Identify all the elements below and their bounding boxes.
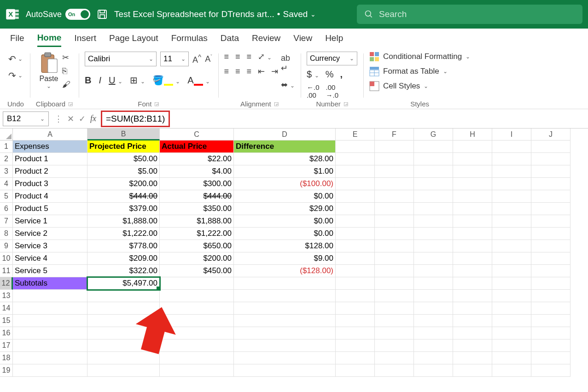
cell-J9[interactable] (531, 240, 571, 252)
cell-A1[interactable]: Expenses (13, 140, 87, 153)
cell-I7[interactable] (492, 215, 531, 228)
cancel-formula-button[interactable]: ✕ (67, 114, 74, 124)
save-icon[interactable] (97, 9, 108, 20)
cell-J1[interactable] (531, 140, 571, 153)
cell-H3[interactable] (453, 165, 492, 178)
font-color-button[interactable]: A ⌄ (187, 75, 210, 86)
cell-B5[interactable]: $444.00 (87, 190, 160, 203)
cell-J13[interactable] (531, 290, 571, 302)
cell-D16[interactable] (234, 327, 336, 339)
cell-G14[interactable] (414, 302, 453, 315)
cell-C3[interactable]: $4.00 (160, 165, 234, 178)
cell-F17[interactable] (375, 339, 414, 352)
cell-J16[interactable] (531, 327, 571, 339)
cell-E9[interactable] (336, 240, 375, 252)
autosave-toggle[interactable]: AutoSave On (26, 9, 90, 20)
cell-F3[interactable] (375, 165, 414, 178)
col-header-E[interactable]: E (336, 129, 375, 140)
cell-I2[interactable] (492, 153, 531, 165)
cell-G4[interactable] (414, 178, 453, 190)
cell-F15[interactable] (375, 315, 414, 327)
cell-G1[interactable] (414, 140, 453, 153)
percent-format-button[interactable]: % (326, 69, 334, 80)
col-header-I[interactable]: I (492, 129, 531, 140)
format-painter-button[interactable]: 🖌 (62, 80, 70, 89)
row-header-16[interactable]: 16 (0, 327, 13, 339)
cell-D14[interactable] (234, 302, 336, 315)
cell-J11[interactable] (531, 265, 571, 277)
cell-A12[interactable]: Subtotals (13, 277, 87, 290)
font-name-select[interactable]: Calibri⌄ (85, 52, 157, 66)
align-center-button[interactable]: ≡ (235, 67, 240, 76)
undo-button[interactable]: ↶ ⌄ (8, 53, 23, 64)
cell-G11[interactable] (414, 265, 453, 277)
cell-D2[interactable]: $28.00 (234, 153, 336, 165)
tab-help[interactable]: Help (325, 30, 343, 46)
italic-button[interactable]: I (99, 75, 102, 86)
cell-F10[interactable] (375, 252, 414, 265)
cell-I8[interactable] (492, 228, 531, 240)
cell-I17[interactable] (492, 339, 531, 352)
cell-A9[interactable]: Service 3 (13, 240, 87, 252)
cell-H4[interactable] (453, 178, 492, 190)
cell-H15[interactable] (453, 315, 492, 327)
cell-B2[interactable]: $50.00 (87, 153, 160, 165)
cell-E11[interactable] (336, 265, 375, 277)
cell-C2[interactable]: $22.00 (160, 153, 234, 165)
cell-B8[interactable]: $1,222.00 (87, 228, 160, 240)
document-title[interactable]: Test Excel Spreadsheet for DTrends art..… (114, 9, 316, 19)
cell-G19[interactable] (414, 364, 453, 377)
cell-A10[interactable]: Service 4 (13, 252, 87, 265)
cell-E6[interactable] (336, 203, 375, 215)
cell-E3[interactable] (336, 165, 375, 178)
cell-C11[interactable]: $450.00 (160, 265, 234, 277)
cell-E2[interactable] (336, 153, 375, 165)
align-top-button[interactable]: ≡ (224, 52, 229, 62)
cell-E17[interactable] (336, 339, 375, 352)
cell-G3[interactable] (414, 165, 453, 178)
align-middle-button[interactable]: ≡ (235, 52, 240, 62)
cell-G16[interactable] (414, 327, 453, 339)
cell-F9[interactable] (375, 240, 414, 252)
cell-I6[interactable] (492, 203, 531, 215)
cell-D10[interactable]: $9.00 (234, 252, 336, 265)
cell-C12[interactable] (160, 277, 234, 290)
fill-color-button[interactable]: 🪣 ⌄ (152, 75, 180, 86)
cell-E15[interactable] (336, 315, 375, 327)
decrease-decimal-button[interactable]: .00→.0 (326, 83, 339, 99)
cell-J8[interactable] (531, 228, 571, 240)
cell-A8[interactable]: Service 2 (13, 228, 87, 240)
cell-G12[interactable] (414, 277, 453, 290)
cell-I1[interactable] (492, 140, 531, 153)
comma-format-button[interactable]: , (340, 69, 343, 80)
tab-view[interactable]: View (293, 30, 312, 46)
cell-F13[interactable] (375, 290, 414, 302)
alignment-launcher[interactable]: ◲ (274, 101, 279, 107)
cell-B13[interactable] (87, 290, 160, 302)
cell-H17[interactable] (453, 339, 492, 352)
cell-D7[interactable]: $0.00 (234, 215, 336, 228)
decrease-indent-button[interactable]: ⇤ (258, 66, 265, 76)
cell-J10[interactable] (531, 252, 571, 265)
cell-F12[interactable] (375, 277, 414, 290)
cell-H14[interactable] (453, 302, 492, 315)
borders-button[interactable]: ⊞ ⌄ (130, 75, 145, 86)
row-header-11[interactable]: 11 (0, 265, 13, 277)
cell-J17[interactable] (531, 339, 571, 352)
cell-C7[interactable]: $1,888.00 (160, 215, 234, 228)
cell-J18[interactable] (531, 352, 571, 364)
cell-D9[interactable]: $128.00 (234, 240, 336, 252)
cell-F8[interactable] (375, 228, 414, 240)
cell-G8[interactable] (414, 228, 453, 240)
row-header-18[interactable]: 18 (0, 352, 13, 364)
cell-I11[interactable] (492, 265, 531, 277)
row-header-12[interactable]: 12 (0, 277, 13, 290)
cell-A19[interactable] (13, 364, 87, 377)
cell-E14[interactable] (336, 302, 375, 315)
cell-H6[interactable] (453, 203, 492, 215)
cell-G15[interactable] (414, 315, 453, 327)
row-header-3[interactable]: 3 (0, 165, 13, 178)
cell-E10[interactable] (336, 252, 375, 265)
cell-B11[interactable]: $322.00 (87, 265, 160, 277)
cell-F18[interactable] (375, 352, 414, 364)
